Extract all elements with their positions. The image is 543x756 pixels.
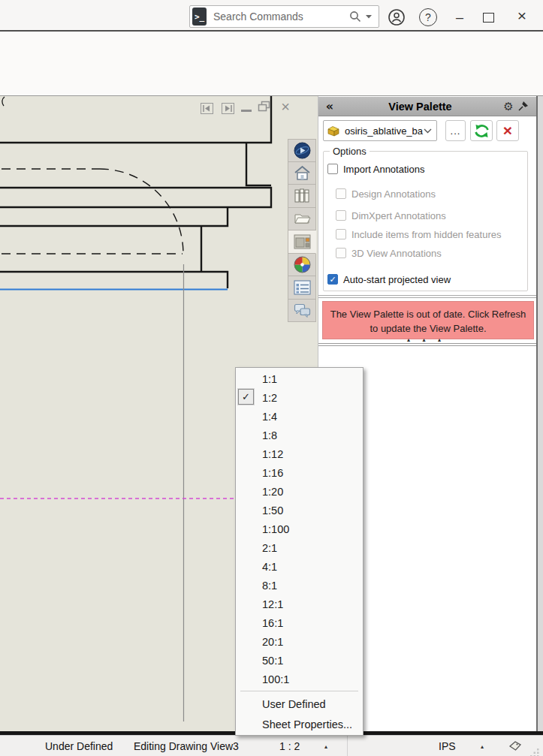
minimize-button[interactable]: – (452, 8, 467, 26)
gear-icon[interactable]: ⚙ (499, 100, 517, 113)
search-icon[interactable] (349, 11, 361, 23)
user-account-button[interactable] (388, 8, 406, 26)
menu-item-scale[interactable]: 1:100 (236, 520, 363, 538)
checkbox-3d-view-annotations: 3D View Annotations (336, 247, 442, 259)
maximize-button[interactable] (483, 13, 494, 23)
checkbox-dimxpert-annotations: DimXpert Annotations (336, 209, 446, 221)
refresh-icon (474, 123, 490, 139)
menu-item-scale[interactable]: 4:1 (236, 557, 363, 576)
folder-icon (294, 212, 311, 225)
menu-item-scale[interactable]: 20:1 (236, 632, 363, 651)
menu-item-scale[interactable]: 2:1 (236, 538, 363, 557)
options-groupbox: Options Import Annotations Design Annota… (323, 151, 528, 291)
command-prompt-icon: >_ (192, 8, 207, 26)
tab-forum[interactable] (288, 300, 316, 323)
window-restore-button[interactable] (258, 101, 271, 112)
document-select[interactable]: osiris_ablative_ba (323, 120, 437, 141)
menu-item-scale[interactable]: 16:1 (236, 613, 363, 632)
sheet-scale-value[interactable]: 1 : 2 (279, 736, 300, 756)
refresh-button[interactable] (470, 120, 493, 141)
resize-grip[interactable] (530, 742, 540, 756)
home-icon (294, 165, 311, 181)
search-input[interactable] (207, 11, 349, 23)
checkbox-checked-icon: ✓ (327, 274, 338, 285)
collapse-panel-button[interactable]: « (318, 99, 341, 113)
tab-custom-properties[interactable] (288, 276, 316, 300)
checkbox-icon (327, 164, 338, 174)
checkbox-include-hidden-features: Include items from hidden features (336, 228, 501, 240)
panel-edge-strip (536, 96, 543, 731)
menu-item-sheet-properties[interactable]: Sheet Properties... (236, 714, 363, 734)
options-label: Options (330, 146, 370, 157)
search-dropdown-caret[interactable] (366, 15, 373, 19)
checkbox-icon (336, 188, 346, 199)
window-minimize-button[interactable] (241, 110, 252, 112)
checkbox-design-annotations: Design Annotations (336, 188, 436, 200)
checked-scale-icon: ✓ (238, 389, 254, 405)
menu-item-scale[interactable]: 8:1 (236, 576, 363, 595)
next-sheet-button[interactable] (222, 103, 234, 114)
3dexperience-icon (294, 142, 311, 159)
menu-item-scale[interactable]: 1:4 (236, 407, 363, 426)
out-of-date-warning: The View Palette is out of date. Click R… (322, 301, 534, 339)
tag-icon[interactable] (508, 736, 523, 756)
ribbon-area (0, 32, 543, 96)
checkbox-import-annotations[interactable]: Import Annotations (327, 163, 424, 175)
separator-line (318, 295, 537, 296)
help-button[interactable]: ? (419, 8, 437, 26)
tab-solidworks-resources[interactable] (288, 162, 316, 185)
menu-item-scale[interactable]: 1:20 (236, 482, 363, 501)
status-bar: Under Defined Editing Drawing View3 1 : … (0, 735, 543, 756)
editing-status: Editing Drawing View3 (134, 736, 239, 756)
menu-item-scale[interactable]: 50:1 (236, 651, 363, 670)
previous-sheet-button[interactable] (201, 103, 213, 114)
view-palette-header: « View Palette ⚙ (318, 97, 537, 116)
appearances-ball-icon (294, 256, 311, 273)
tab-file-explorer[interactable] (288, 208, 316, 231)
menu-item-scale[interactable]: 1:12 (236, 444, 363, 463)
menu-item-scale[interactable]: 1:8 (236, 426, 363, 444)
remove-button[interactable]: × (496, 120, 519, 141)
statusbar-divider (347, 736, 348, 756)
person-icon (388, 8, 406, 26)
panel-splitter[interactable]: ▴ ▴ ▴ (318, 341, 537, 348)
splitter-grip-icon: ▴ ▴ ▴ (407, 336, 446, 343)
menu-item-scale[interactable]: 12:1 (236, 595, 363, 613)
menu-item-user-defined[interactable]: User Defined (236, 694, 363, 714)
scale-dropdown-caret[interactable]: ▴ (324, 736, 327, 756)
checkbox-icon (336, 229, 346, 239)
browse-button[interactable]: ... (445, 120, 466, 141)
menu-separator (240, 691, 358, 691)
pin-icon[interactable] (517, 101, 537, 112)
menu-item-scale[interactable]: 1:16 (236, 463, 363, 482)
panel-title: View Palette (341, 101, 499, 113)
view-palette-icon (294, 233, 311, 249)
search-box[interactable]: >_ (189, 5, 379, 28)
tab-3dexperience[interactable] (288, 139, 316, 162)
checkbox-auto-start-projected-view[interactable]: ✓ Auto-start projected view (327, 273, 451, 285)
document-name: osiris_ablative_ba (341, 125, 424, 137)
properties-form-icon (294, 280, 311, 295)
menu-item-scale[interactable]: 1:1 (236, 369, 363, 388)
close-button[interactable]: × (514, 7, 529, 25)
checkbox-icon (336, 248, 346, 258)
part-icon (327, 125, 341, 137)
definition-status: Under Defined (45, 736, 113, 756)
tab-appearances[interactable] (288, 254, 316, 277)
checkbox-icon (336, 210, 346, 221)
question-icon: ? (425, 11, 431, 23)
chevron-down-icon (424, 128, 432, 134)
tab-design-library[interactable] (288, 185, 316, 208)
tab-view-palette[interactable] (288, 230, 316, 254)
separator-line (318, 297, 537, 298)
menu-item-scale-checked[interactable]: 1:2 (236, 388, 363, 407)
units-value[interactable]: IPS (439, 736, 456, 756)
title-bar: >_ ? – × (0, 0, 543, 30)
books-icon (294, 188, 310, 203)
chat-bubbles-icon (294, 303, 311, 318)
units-dropdown-caret[interactable]: ▴ (481, 736, 484, 756)
scale-context-menu: ✓ 1:1 1:2 1:4 1:8 1:12 1:16 1:20 1:50 1:… (235, 367, 364, 736)
window-close-button[interactable]: × (278, 98, 293, 116)
menu-item-scale[interactable]: 1:50 (236, 501, 363, 520)
menu-item-scale[interactable]: 100:1 (236, 670, 363, 688)
